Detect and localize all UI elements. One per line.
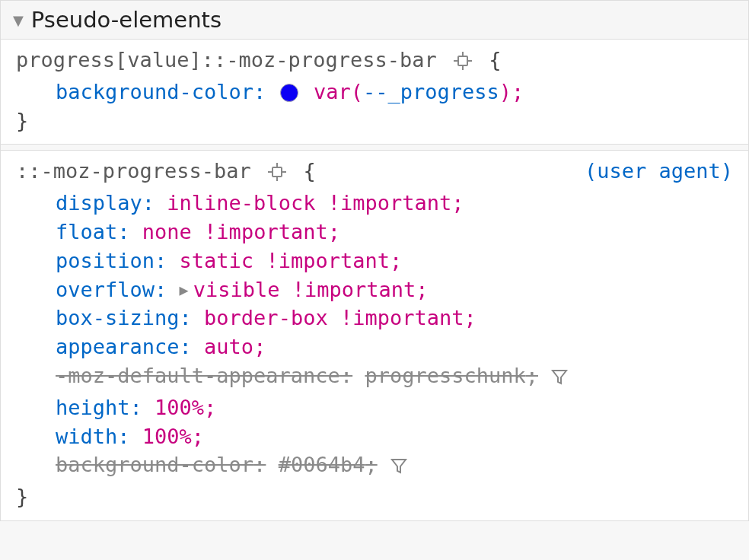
declaration[interactable]: box-sizing: border-box !important;	[16, 304, 733, 332]
svg-rect-0	[458, 56, 467, 65]
property-name: appearance	[56, 335, 180, 358]
declaration[interactable]: width: 100%;	[16, 422, 733, 451]
important-flag: !important	[340, 306, 464, 329]
property-name: background-color	[56, 80, 253, 103]
expand-icon[interactable]: ▶	[180, 279, 189, 301]
semicolon: ;	[512, 80, 524, 103]
close-brace: }	[16, 482, 733, 511]
semicolon: ;	[253, 335, 266, 358]
property-name: width	[56, 425, 117, 448]
paren-open: (	[351, 80, 363, 103]
selector-line[interactable]: (user agent) ::-moz-progress-bar {	[16, 157, 733, 189]
color-swatch[interactable]	[280, 84, 298, 102]
property-value: inline-block	[167, 191, 315, 215]
property-name: position	[56, 249, 155, 272]
close-brace: }	[16, 107, 733, 135]
declaration[interactable]: position: static !important;	[16, 247, 733, 275]
colon: :	[253, 80, 266, 103]
property-value: progresschunk	[365, 364, 525, 387]
declaration[interactable]: background-color: #0064b4;	[16, 450, 733, 482]
property-name: box-sizing	[56, 306, 180, 329]
semicolon: ;	[526, 364, 538, 387]
declaration[interactable]: display: inline-block !important;	[16, 189, 733, 218]
semicolon: ;	[451, 191, 464, 215]
semicolon: ;	[365, 453, 377, 476]
property-name: display	[56, 191, 142, 215]
colon: :	[117, 425, 129, 448]
selector: ::-moz-progress-bar	[16, 159, 251, 183]
property-value: border-box	[204, 306, 328, 329]
section-title: Pseudo-elements	[31, 7, 222, 33]
open-brace: {	[303, 159, 315, 183]
selector-highlighter-icon[interactable]	[268, 160, 286, 189]
property-name: height	[56, 396, 130, 419]
selector-line[interactable]: progress[value]::-moz-progress-bar {	[16, 46, 733, 78]
property-name: background-color	[56, 453, 253, 476]
property-name: -moz-default-appearance	[56, 364, 340, 387]
rule-origin[interactable]: (user agent)	[585, 157, 733, 186]
selector-highlighter-icon[interactable]	[454, 49, 472, 78]
declaration[interactable]: height: 100%;	[16, 393, 733, 422]
property-value: 100%	[155, 396, 204, 419]
svg-marker-11	[392, 460, 406, 473]
important-flag: !important	[204, 220, 328, 243]
svg-marker-10	[553, 371, 566, 383]
semicolon: ;	[464, 306, 476, 329]
property-value: 100%	[142, 425, 192, 448]
colon: :	[130, 396, 142, 419]
colon: :	[142, 191, 155, 215]
filter-icon[interactable]	[550, 364, 569, 393]
colon: :	[253, 453, 266, 476]
svg-rect-5	[273, 167, 282, 177]
rule-user-agent: (user agent) ::-moz-progress-bar { displ…	[0, 150, 749, 521]
declaration[interactable]: -moz-default-appearance: progresschunk;	[16, 361, 733, 393]
colon: :	[340, 364, 352, 387]
declaration[interactable]: float: none !important;	[16, 218, 733, 247]
important-flag: !important	[266, 249, 390, 272]
section-header[interactable]: ▼ Pseudo-elements	[0, 0, 749, 40]
property-value: auto	[204, 335, 253, 358]
semicolon: ;	[328, 220, 340, 243]
important-flag: !important	[292, 278, 416, 301]
semicolon: ;	[390, 249, 402, 272]
property-value: #0064b4	[279, 453, 365, 476]
property-value: static	[180, 249, 254, 272]
colon: :	[180, 306, 192, 329]
property-value: none	[142, 220, 192, 243]
var-name: --_progress	[363, 80, 499, 103]
chevron-down-icon: ▼	[13, 12, 24, 28]
declaration[interactable]: background-color: var(--_progress);	[16, 78, 733, 107]
declaration[interactable]: overflow: ▶visible !important;	[16, 275, 733, 304]
property-value: visible	[193, 278, 280, 301]
rule-author: progress[value]::-moz-progress-bar { bac…	[0, 39, 749, 145]
semicolon: ;	[416, 278, 428, 301]
semicolon: ;	[204, 396, 216, 419]
semicolon: ;	[192, 425, 204, 448]
colon: :	[180, 335, 192, 358]
var-fn: var	[314, 80, 351, 103]
selector: progress[value]::-moz-progress-bar	[16, 48, 437, 72]
declaration[interactable]: appearance: auto;	[16, 332, 733, 361]
colon: :	[117, 220, 129, 243]
important-flag: !important	[328, 191, 452, 215]
open-brace: {	[489, 48, 501, 72]
property-name: float	[56, 220, 117, 243]
colon: :	[155, 278, 167, 301]
paren-close: )	[499, 80, 512, 103]
colon: :	[155, 249, 167, 272]
property-name: overflow	[56, 278, 155, 301]
filter-icon[interactable]	[390, 453, 408, 482]
